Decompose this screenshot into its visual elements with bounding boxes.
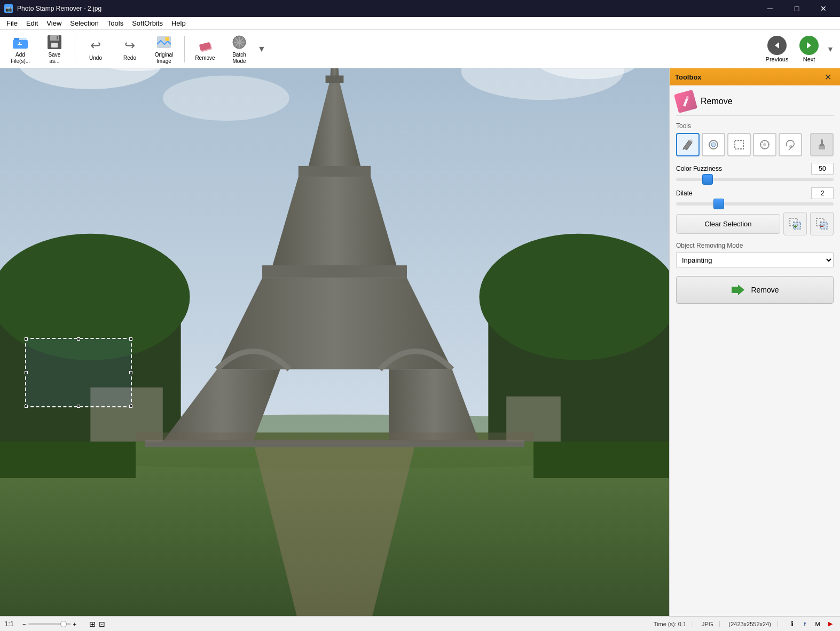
dilate-input[interactable] (811, 187, 834, 199)
menu-help[interactable]: Help (167, 18, 190, 28)
object-removing-mode-select[interactable]: Inpainting Content-Aware Fill Clone Stam… (676, 253, 834, 267)
stamp-tool-button[interactable] (810, 133, 834, 156)
handle-bl[interactable] (25, 405, 28, 408)
minimize-button[interactable]: ─ (758, 0, 782, 17)
color-fuzziness-track[interactable] (676, 178, 834, 181)
toolbar-expand[interactable]: ▼ (257, 32, 266, 66)
color-fuzziness-section: Color Fuzziness (676, 163, 834, 181)
magic-wand-tool-button[interactable] (753, 133, 776, 156)
status-format: JPG (702, 621, 720, 627)
original-image-button[interactable]: OriginalImage (148, 32, 180, 66)
menu-tools[interactable]: Tools (103, 18, 128, 28)
zoom-thumb[interactable] (60, 621, 67, 627)
menu-view[interactable]: View (42, 18, 66, 28)
toolbox-content: Remove Tools (670, 85, 840, 616)
canvas-area[interactable] (0, 68, 669, 616)
toolbox-panel: Toolbox ✕ Remove Tools (669, 68, 840, 616)
clear-selection-button[interactable]: Clear Selection (676, 214, 780, 234)
svg-point-52 (763, 143, 766, 146)
zoom-slider[interactable] (28, 623, 71, 625)
toolbox-close-button[interactable]: ✕ (821, 71, 835, 83)
dilate-thumb[interactable] (713, 199, 724, 209)
nav-expand[interactable]: ▼ (825, 32, 836, 66)
selection-add-button[interactable] (783, 212, 807, 235)
facebook-icon[interactable]: f (799, 619, 810, 629)
undo-button[interactable]: ↩ Undo (80, 32, 112, 66)
handle-bm[interactable] (77, 405, 80, 408)
fit-icon[interactable]: ⊞ (89, 620, 96, 628)
color-fuzziness-label: Color Fuzziness (676, 165, 722, 172)
dilate-track[interactable] (676, 202, 834, 206)
handle-tm[interactable] (77, 337, 80, 341)
svg-rect-50 (735, 140, 743, 149)
svg-rect-36 (326, 75, 344, 83)
handle-ml[interactable] (25, 371, 28, 374)
status-time: Time (s): 0.1 (654, 621, 693, 627)
object-removing-mode-section: Object Removing Mode Inpainting Content-… (676, 242, 834, 267)
remove-action-label: Remove (751, 286, 779, 294)
window-title: Photo Stamp Remover - 2.jpg (17, 5, 101, 12)
lasso-tool-button[interactable] (779, 133, 802, 156)
rect-select-tool-button[interactable] (727, 133, 751, 156)
previous-label: Previous (766, 56, 789, 62)
menu-file[interactable]: File (2, 18, 22, 28)
object-removing-label: Object Removing Mode (676, 242, 834, 249)
svg-rect-59 (794, 222, 800, 229)
next-button[interactable]: Next (793, 32, 825, 66)
zoom-label: 1:1 (4, 620, 14, 628)
dilate-label-row: Dilate (676, 187, 834, 199)
next-icon (799, 36, 819, 55)
remove-section-icon (674, 90, 697, 113)
previous-icon (767, 36, 787, 55)
toolbar-separator-2 (184, 36, 185, 62)
youtube-icon[interactable]: ▶ (825, 619, 836, 629)
selection-rectangle (25, 338, 132, 407)
color-fuzziness-input[interactable] (811, 163, 834, 175)
zoom-display: 1:1 (4, 620, 14, 628)
svg-line-53 (789, 147, 791, 150)
dilate-label: Dilate (676, 190, 693, 197)
menu-softorbits[interactable]: SoftOrbits (128, 18, 167, 28)
batch-mode-button[interactable]: BatchMode (223, 32, 255, 66)
menu-edit[interactable]: Edit (22, 18, 42, 28)
save-as-button[interactable]: Saveas... (38, 32, 70, 66)
add-files-button[interactable]: AddFile(s)... (4, 32, 36, 66)
svg-rect-56 (821, 141, 823, 145)
zoom-actual-icon[interactable]: ⊡ (99, 620, 105, 628)
remove-action-button[interactable]: Remove (676, 276, 834, 304)
status-dimensions: (2423x2552x24) (728, 621, 778, 627)
undo-icon: ↩ (87, 37, 104, 54)
remove-button[interactable]: Remove (189, 32, 221, 66)
svg-rect-7 (51, 43, 58, 48)
redo-button[interactable]: ↪ Redo (114, 32, 146, 66)
remove-title: Remove (701, 97, 733, 106)
zoom-slider-container[interactable]: − + (22, 621, 76, 627)
info-icon[interactable]: ℹ (787, 619, 797, 629)
handle-br[interactable] (129, 405, 132, 408)
app-icon: 📷 (4, 4, 13, 13)
menu-selection[interactable]: Selection (66, 18, 103, 28)
color-fuzziness-thumb[interactable] (702, 174, 713, 185)
svg-rect-37 (299, 166, 371, 177)
handle-mr[interactable] (129, 371, 132, 374)
close-button[interactable]: ✕ (811, 0, 836, 17)
svg-point-10 (165, 37, 169, 41)
dilate-section: Dilate (676, 187, 834, 206)
previous-button[interactable]: Previous (761, 32, 793, 66)
handle-tr[interactable] (129, 337, 132, 341)
selection-sub-button[interactable] (810, 212, 834, 235)
remove-section-header: Remove (676, 92, 834, 116)
handle-tl[interactable] (25, 337, 28, 341)
svg-marker-65 (732, 285, 744, 295)
batch-mode-label: BatchMode (232, 52, 246, 65)
save-as-label: Saveas... (49, 52, 61, 65)
zoom-out-icon: − (22, 621, 26, 627)
eraser-tool-button[interactable] (702, 133, 725, 156)
title-bar-controls: ─ □ ✕ (758, 0, 836, 17)
svg-marker-15 (807, 42, 811, 49)
maximize-button[interactable]: □ (784, 0, 809, 17)
pencil-tool-button[interactable] (676, 133, 700, 156)
redo-icon: ↪ (121, 37, 138, 54)
svg-rect-46 (136, 432, 533, 441)
social-icon[interactable]: M (812, 619, 823, 629)
